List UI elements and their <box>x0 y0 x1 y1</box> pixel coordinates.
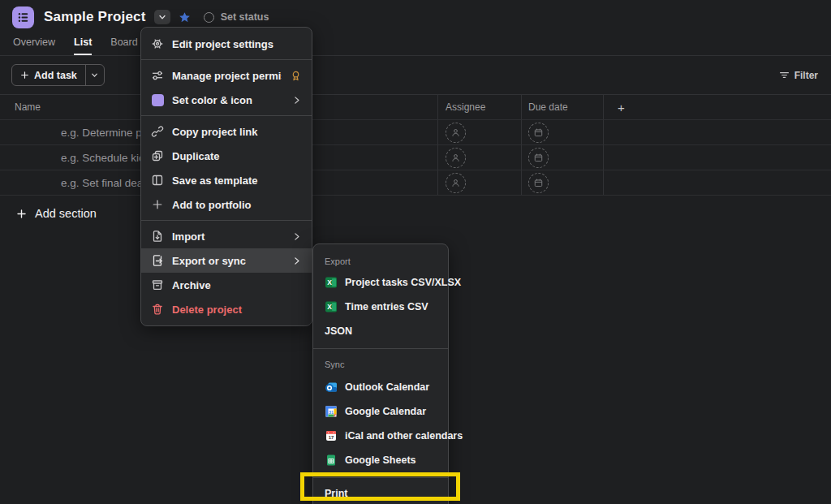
add-section-label: Add section <box>35 207 97 220</box>
menu-item-label: Manage project permissions <box>172 70 282 82</box>
menu-item-label: Edit project settings <box>172 38 302 50</box>
menu-item-delete-project[interactable]: Delete project <box>141 297 312 321</box>
menu-item-label: Duplicate <box>172 150 302 162</box>
menu-item-set-color-icon[interactable]: Set color & icon <box>141 88 312 112</box>
google-sheets-icon <box>325 454 338 467</box>
person-icon <box>450 153 461 163</box>
filter-icon <box>779 70 790 80</box>
favorite-star-button[interactable] <box>177 10 192 25</box>
table-row[interactable]: e.g. Determine project goal <box>0 120 831 145</box>
submenu-item-google-sheets[interactable]: Google Sheets <box>313 448 448 472</box>
svg-text:31: 31 <box>329 410 334 415</box>
assignee-placeholder-button[interactable] <box>446 123 466 143</box>
filter-button[interactable]: Filter <box>779 70 818 81</box>
submenu-item-json[interactable]: JSON <box>313 319 448 343</box>
submenu-item-print[interactable]: Print <box>313 481 448 504</box>
menu-item-label: Delete project <box>172 304 302 316</box>
submenu-item-time-entries-csv[interactable]: X Time entries CSV <box>313 295 448 319</box>
menu-item-duplicate[interactable]: Duplicate <box>141 144 312 168</box>
submenu-section-label-sync: Sync <box>313 354 448 375</box>
due-date-placeholder-button[interactable] <box>528 123 549 143</box>
table-row[interactable]: e.g. Schedule kickoff meeting <box>0 145 831 170</box>
due-date-placeholder-button[interactable] <box>528 148 549 168</box>
project-header: Sample Project Set status Overview List … <box>0 0 831 56</box>
due-date-placeholder-button[interactable] <box>528 173 549 193</box>
add-task-split-button: Add task <box>11 64 105 86</box>
add-task-button[interactable]: Add task <box>12 65 85 85</box>
submenu-item-ical-and-other-calendars[interactable]: 17 iCal and other calendars <box>313 424 448 448</box>
person-icon <box>450 178 461 188</box>
template-icon <box>151 174 164 187</box>
submenu-item-label: Time entries CSV <box>345 301 428 312</box>
submenu-item-project-tasks-csv-xlsx[interactable]: X Project tasks CSV/XLSX <box>313 270 448 295</box>
project-menu-button[interactable] <box>154 10 170 24</box>
ical-icon: 17 <box>325 429 338 442</box>
export-icon <box>151 254 164 267</box>
submenu-section-label-export: Export <box>313 252 448 270</box>
menu-item-save-as-template[interactable]: Save as template <box>141 168 312 192</box>
menu-item-import[interactable]: Import <box>141 224 312 248</box>
google-calendar-icon: 31 <box>325 405 338 418</box>
color-swatch <box>151 93 164 106</box>
set-status-button[interactable]: Set status <box>204 11 269 23</box>
menu-item-edit-project-settings[interactable]: Edit project settings <box>141 32 312 56</box>
assignee-placeholder-button[interactable] <box>446 148 466 168</box>
project-icon <box>12 6 34 28</box>
submenu-item-label: Outlook Calendar <box>345 381 429 393</box>
submenu-item-label: JSON <box>325 325 352 337</box>
task-table: Name Assignee Due date + e.g. Determine … <box>0 95 831 220</box>
star-icon <box>179 11 191 24</box>
sliders-icon <box>151 69 164 82</box>
excel-icon: X <box>325 300 338 313</box>
chevron-right-icon <box>291 95 302 106</box>
add-column-button[interactable]: + <box>603 95 831 119</box>
link-icon <box>151 125 164 138</box>
chevron-right-icon <box>291 256 302 266</box>
menu-separator <box>141 59 312 60</box>
menu-separator <box>141 115 312 116</box>
submenu-item-label: iCal and other calendars <box>345 430 463 442</box>
plus-icon <box>20 71 29 80</box>
chevron-down-icon <box>90 71 99 80</box>
submenu-item-label: Google Sheets <box>345 454 416 466</box>
trash-icon <box>151 303 164 316</box>
list-toolbar: Add task Filter <box>0 56 831 95</box>
import-icon <box>151 230 164 243</box>
tab-list[interactable]: List <box>74 37 92 55</box>
column-header-assignee: Assignee <box>437 95 521 119</box>
tab-overview[interactable]: Overview <box>13 37 55 55</box>
table-header-row: Name Assignee Due date + <box>0 95 831 120</box>
menu-item-label: Add to portfolio <box>172 199 302 211</box>
menu-separator <box>313 348 448 349</box>
menu-separator <box>313 477 448 478</box>
excel-icon: X <box>325 276 338 289</box>
menu-item-label: Import <box>172 230 283 243</box>
add-section-button[interactable]: Add section <box>16 207 97 220</box>
assignee-placeholder-button[interactable] <box>446 173 466 193</box>
svg-text:17: 17 <box>329 435 334 440</box>
calendar-icon <box>533 153 544 163</box>
svg-text:X: X <box>327 303 332 311</box>
add-task-options-button[interactable] <box>85 65 104 85</box>
menu-item-label: Copy project link <box>172 126 302 138</box>
menu-item-export-or-sync[interactable]: Export or sync <box>141 248 312 273</box>
submenu-item-google-calendar[interactable]: 31 Google Calendar <box>313 399 448 424</box>
tab-board[interactable]: Board <box>110 37 137 55</box>
menu-item-add-to-portfolio[interactable]: Add to portfolio <box>141 192 312 217</box>
submenu-item-label: Google Calendar <box>345 406 426 417</box>
view-tabs: Overview List Board Timeline <box>0 34 831 55</box>
bullet-list-icon <box>16 11 30 24</box>
menu-item-label: Set color & icon <box>172 94 283 106</box>
chevron-down-icon <box>157 12 167 22</box>
menu-item-archive[interactable]: Archive <box>141 273 312 297</box>
plus-icon <box>16 209 27 219</box>
table-row[interactable]: e.g. Set final deadline <box>0 170 831 196</box>
submenu-item-label: Project tasks CSV/XLSX <box>345 277 461 288</box>
duplicate-icon <box>151 149 164 162</box>
menu-item-copy-project-link[interactable]: Copy project link <box>141 119 312 144</box>
menu-item-label: Archive <box>172 279 302 291</box>
svg-text:X: X <box>327 278 332 286</box>
status-circle-icon <box>204 12 214 23</box>
menu-item-manage-project-permissions[interactable]: Manage project permissions <box>141 63 312 88</box>
submenu-item-outlook-calendar[interactable]: Outlook Calendar <box>313 375 448 399</box>
